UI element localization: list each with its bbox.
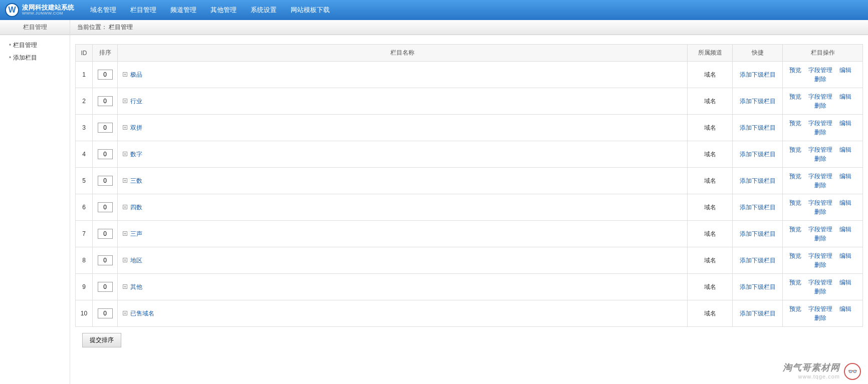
expand-icon[interactable]: + [123, 72, 127, 77]
cell-channel: 域名 [688, 168, 733, 194]
delete-link[interactable]: 删除 [814, 75, 826, 84]
sort-input[interactable] [98, 96, 113, 106]
fields-link[interactable]: 字段管理 [808, 278, 832, 287]
expand-icon[interactable]: + [123, 231, 127, 236]
sidebar-item-add[interactable]: 添加栏目 [9, 52, 70, 64]
edit-link[interactable]: 编辑 [839, 225, 851, 234]
expand-icon[interactable]: + [123, 178, 127, 183]
sort-input[interactable] [98, 202, 113, 212]
delete-link[interactable]: 删除 [814, 207, 826, 216]
delete-link[interactable]: 删除 [814, 234, 826, 243]
expand-icon[interactable]: + [123, 205, 127, 209]
table-row: 1+极品域名添加下级栏目预览字段管理编辑删除 [76, 62, 863, 88]
fields-link[interactable]: 字段管理 [808, 251, 832, 260]
fields-link[interactable]: 字段管理 [808, 92, 832, 101]
edit-link[interactable]: 编辑 [839, 172, 851, 181]
column-name-link[interactable]: 行业 [130, 98, 142, 105]
edit-link[interactable]: 编辑 [839, 92, 851, 101]
sort-input[interactable] [98, 123, 113, 133]
column-name-link[interactable]: 地区 [130, 257, 142, 264]
expand-icon[interactable]: + [123, 258, 127, 262]
fields-link[interactable]: 字段管理 [808, 66, 832, 75]
submit-sort-button[interactable]: 提交排序 [82, 333, 121, 347]
delete-link[interactable]: 删除 [814, 313, 826, 322]
preview-link[interactable]: 预览 [789, 225, 801, 234]
column-name-link[interactable]: 数字 [130, 151, 142, 158]
cell-id: 6 [76, 194, 93, 221]
sort-input[interactable] [98, 308, 113, 318]
nav-column[interactable]: 栏目管理 [130, 6, 156, 15]
column-name-link[interactable]: 其他 [130, 283, 142, 290]
sort-input[interactable] [98, 229, 113, 239]
preview-link[interactable]: 预览 [789, 251, 801, 260]
column-name-link[interactable]: 三数 [130, 177, 142, 184]
add-sub-link[interactable]: 添加下级栏目 [740, 124, 776, 131]
delete-link[interactable]: 删除 [814, 128, 826, 137]
preview-link[interactable]: 预览 [789, 66, 801, 75]
edit-link[interactable]: 编辑 [839, 278, 851, 287]
preview-link[interactable]: 预览 [789, 304, 801, 313]
column-name-link[interactable]: 三声 [130, 230, 142, 237]
delete-link[interactable]: 删除 [814, 287, 826, 296]
add-sub-link[interactable]: 添加下级栏目 [740, 257, 776, 264]
sort-input[interactable] [98, 70, 113, 80]
delete-link[interactable]: 删除 [814, 260, 826, 269]
add-sub-link[interactable]: 添加下级栏目 [740, 177, 776, 184]
column-name-link[interactable]: 极品 [130, 71, 142, 78]
preview-link[interactable]: 预览 [789, 278, 801, 287]
add-sub-link[interactable]: 添加下级栏目 [740, 230, 776, 237]
expand-icon[interactable]: + [123, 125, 127, 130]
add-sub-link[interactable]: 添加下级栏目 [740, 283, 776, 290]
fields-link[interactable]: 字段管理 [808, 172, 832, 181]
edit-link[interactable]: 编辑 [839, 66, 851, 75]
fields-link[interactable]: 字段管理 [808, 225, 832, 234]
add-sub-link[interactable]: 添加下级栏目 [740, 151, 776, 158]
cell-ops: 预览字段管理编辑删除 [783, 247, 863, 274]
sort-input[interactable] [98, 176, 113, 186]
preview-link[interactable]: 预览 [789, 92, 801, 101]
nav-other[interactable]: 其他管理 [210, 6, 237, 15]
edit-link[interactable]: 编辑 [839, 145, 851, 154]
edit-link[interactable]: 编辑 [839, 119, 851, 128]
nav-channel[interactable]: 频道管理 [170, 6, 196, 15]
nav-domain[interactable]: 域名管理 [90, 6, 116, 15]
fields-link[interactable]: 字段管理 [808, 119, 832, 128]
edit-link[interactable]: 编辑 [839, 198, 851, 207]
cell-name: +已售域名 [118, 300, 688, 327]
add-sub-link[interactable]: 添加下级栏目 [740, 71, 776, 78]
fields-link[interactable]: 字段管理 [808, 145, 832, 154]
fields-link[interactable]: 字段管理 [808, 198, 832, 207]
add-sub-link[interactable]: 添加下级栏目 [740, 310, 776, 317]
th-name: 栏目名称 [118, 45, 688, 62]
sort-input[interactable] [98, 255, 113, 265]
cell-quick: 添加下级栏目 [733, 168, 783, 194]
expand-icon[interactable]: + [123, 152, 127, 156]
column-name-link[interactable]: 已售域名 [130, 310, 154, 317]
delete-link[interactable]: 删除 [814, 154, 826, 163]
add-sub-link[interactable]: 添加下级栏目 [740, 204, 776, 211]
preview-link[interactable]: 预览 [789, 172, 801, 181]
delete-link[interactable]: 删除 [814, 101, 826, 110]
cell-ops: 预览字段管理编辑删除 [783, 300, 863, 327]
sort-input[interactable] [98, 149, 113, 159]
preview-link[interactable]: 预览 [789, 145, 801, 154]
th-quick: 快捷 [733, 45, 783, 62]
expand-icon[interactable]: + [123, 99, 127, 103]
expand-icon[interactable]: + [123, 284, 127, 289]
cell-sort [93, 141, 118, 168]
edit-link[interactable]: 编辑 [839, 304, 851, 313]
sidebar-item-manage[interactable]: 栏目管理 [9, 39, 70, 52]
expand-icon[interactable]: + [123, 311, 127, 315]
sort-input[interactable] [98, 282, 113, 292]
add-sub-link[interactable]: 添加下级栏目 [740, 98, 776, 105]
nav-template[interactable]: 网站模板下载 [291, 6, 330, 15]
nav-settings[interactable]: 系统设置 [251, 6, 277, 15]
column-name-link[interactable]: 四数 [130, 204, 142, 211]
fields-link[interactable]: 字段管理 [808, 304, 832, 313]
cell-id: 9 [76, 274, 93, 300]
preview-link[interactable]: 预览 [789, 198, 801, 207]
edit-link[interactable]: 编辑 [839, 251, 851, 260]
column-name-link[interactable]: 双拼 [130, 124, 142, 131]
preview-link[interactable]: 预览 [789, 119, 801, 128]
delete-link[interactable]: 删除 [814, 181, 826, 190]
